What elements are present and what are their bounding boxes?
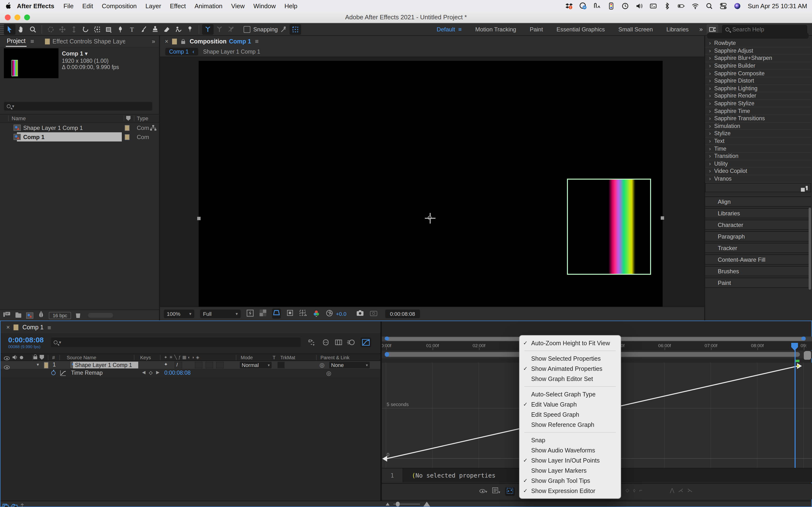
expression-pickwhip-icon[interactable]: ◎ bbox=[326, 370, 331, 377]
effects-category[interactable]: ›Sapphire Adjust bbox=[705, 47, 811, 55]
project-item-name[interactable]: Comp 1 bbox=[23, 133, 45, 140]
adjustment-icon[interactable] bbox=[38, 311, 44, 320]
parent-dropdown[interactable]: None▾ bbox=[329, 362, 370, 369]
workspace-tab-essential-graphics[interactable]: Essential Graphics bbox=[550, 26, 612, 33]
work-area-end-handle[interactable] bbox=[801, 337, 806, 340]
effects-category[interactable]: ›Sapphire Blur+Sharpen bbox=[705, 55, 811, 62]
type-tool-icon[interactable]: T bbox=[126, 24, 138, 35]
flowchart-icon[interactable] bbox=[150, 125, 157, 133]
expression-text[interactable]: (No selected properties bbox=[412, 472, 495, 479]
column-mode[interactable]: Mode bbox=[241, 355, 253, 360]
volume-icon[interactable] bbox=[636, 2, 643, 9]
menu-item-auto-zoom-height[interactable]: ✓Auto-Zoom Height to Fit View bbox=[520, 338, 621, 348]
item-label-swatch[interactable] bbox=[125, 134, 130, 140]
effects-switch[interactable] bbox=[195, 362, 203, 369]
menu-item-edit-value-graph[interactable]: ✓Edit Value Graph bbox=[520, 399, 621, 409]
panel-tab-paragraph[interactable]: Paragraph bbox=[705, 231, 811, 241]
composition-panel-menu-icon[interactable]: ≡ bbox=[255, 38, 259, 45]
menu-item-show-audio-waveforms[interactable]: Show Audio Waveforms bbox=[520, 445, 621, 455]
menu-window[interactable]: Window bbox=[249, 2, 280, 9]
menu-item-show-layer-in-out-points[interactable]: ✓Show Layer In/Out Points bbox=[520, 455, 621, 465]
menubar-app-name[interactable]: After Effects bbox=[12, 2, 59, 9]
effects-category[interactable]: ›Utility bbox=[705, 160, 811, 168]
lock-column-icon[interactable] bbox=[33, 356, 37, 359]
snap-to-features-icon[interactable] bbox=[289, 24, 301, 35]
menu-edit[interactable]: Edit bbox=[78, 2, 98, 9]
menu-item-show-layer-markers[interactable]: Show Layer Markers bbox=[520, 465, 621, 475]
project-tabs-overflow-chevron[interactable]: » bbox=[152, 38, 155, 45]
help-search-field[interactable] bbox=[722, 25, 807, 34]
motion-blur-icon[interactable] bbox=[346, 338, 356, 347]
property-name[interactable]: Time Remap bbox=[71, 370, 103, 376]
label-column-icon[interactable] bbox=[126, 116, 131, 121]
menu-animation[interactable]: Animation bbox=[190, 2, 227, 9]
timeline-zoom-slider-knob[interactable] bbox=[396, 502, 400, 507]
effects-category[interactable]: ›Sapphire Stylize bbox=[705, 100, 811, 107]
project-panel-menu-icon[interactable]: ≡ bbox=[31, 38, 34, 45]
menu-effect[interactable]: Effect bbox=[165, 2, 190, 9]
audio-column-icon[interactable] bbox=[12, 354, 18, 361]
layer-handle-right[interactable] bbox=[661, 216, 664, 220]
selection-tool-icon[interactable] bbox=[4, 24, 15, 35]
panel-tab-brushes[interactable]: Brushes bbox=[705, 266, 811, 276]
zoom-in-mountain-icon[interactable] bbox=[423, 502, 430, 507]
playhead-line[interactable] bbox=[795, 344, 796, 468]
tab-project[interactable]: Project bbox=[6, 36, 27, 47]
layer-visibility-eye-icon[interactable] bbox=[4, 365, 10, 370]
snap-options-icon[interactable] bbox=[278, 24, 289, 35]
effects-category[interactable]: ›Sapphire Time bbox=[705, 107, 811, 115]
current-timecode[interactable]: 0:00:08:08 bbox=[8, 336, 44, 344]
trash-icon[interactable] bbox=[76, 313, 80, 318]
project-search-field[interactable]: ▾ bbox=[4, 102, 152, 111]
menu-item-snap[interactable]: Snap bbox=[520, 435, 621, 445]
dropbox-icon[interactable]: 1 bbox=[565, 2, 573, 9]
rotation-tool-icon[interactable] bbox=[80, 24, 91, 35]
pan-camera-tool-icon[interactable] bbox=[57, 24, 68, 35]
snapshot-camera-icon[interactable] bbox=[356, 310, 364, 318]
transfer-controls-icon[interactable] bbox=[20, 502, 24, 507]
resolution-dropdown[interactable]: Full▾ bbox=[200, 309, 241, 318]
layer-row[interactable]: ▾ 1 Shape Layer 1 Comp 1 ✦ / Normal▾ ◎ N… bbox=[0, 361, 380, 369]
grid-guides-icon[interactable] bbox=[299, 309, 307, 318]
spotlight-icon[interactable] bbox=[706, 2, 713, 9]
panel-tab-content-aware-fill[interactable]: Content-Aware Fill bbox=[705, 255, 811, 265]
new-folder-icon[interactable] bbox=[15, 313, 21, 318]
track-matte-box[interactable] bbox=[277, 362, 285, 369]
column-t[interactable]: T bbox=[272, 355, 275, 360]
collapse-transformations-icon[interactable]: ✦ bbox=[164, 362, 168, 367]
siri-icon[interactable] bbox=[734, 2, 741, 9]
frame-blend-switch[interactable] bbox=[205, 362, 213, 369]
project-item-name[interactable]: Shape Layer 1 Comp 1 bbox=[23, 124, 83, 131]
brush-tool-icon[interactable] bbox=[138, 24, 149, 35]
snapping-checkbox[interactable] bbox=[244, 26, 250, 33]
mask-visibility-icon[interactable] bbox=[272, 308, 281, 319]
column-type[interactable]: Type bbox=[137, 115, 148, 121]
panel-tab-tracker[interactable]: Tracker bbox=[705, 243, 811, 253]
project-footer-scrollbar[interactable] bbox=[88, 313, 113, 318]
keyboard-switcher-icon[interactable] bbox=[650, 2, 657, 9]
effects-category[interactable]: ›Text bbox=[705, 137, 811, 145]
layer-label-swatch[interactable] bbox=[44, 362, 48, 368]
new-panel-icon[interactable] bbox=[801, 185, 808, 193]
interpret-footage-icon[interactable] bbox=[3, 311, 11, 320]
new-composition-icon[interactable] bbox=[26, 312, 33, 319]
effects-category[interactable]: ›Transition bbox=[705, 153, 811, 160]
menu-item-show-expression-editor[interactable]: ✓Show Expression Editor bbox=[520, 486, 621, 496]
help-search-input[interactable] bbox=[732, 26, 795, 33]
add-keyframe-icon[interactable]: ◇ bbox=[149, 370, 152, 375]
column-source-name[interactable]: Source Name bbox=[67, 355, 96, 360]
effects-category[interactable]: ›Video Copilot bbox=[705, 168, 811, 175]
composition-viewport[interactable] bbox=[160, 56, 704, 306]
control-center-icon[interactable] bbox=[720, 2, 727, 9]
transparency-grid-icon[interactable] bbox=[260, 309, 266, 318]
panel-tab-character[interactable]: Character bbox=[705, 220, 811, 230]
column-name[interactable]: Name bbox=[12, 115, 26, 121]
timeline-panel-menu-icon[interactable]: ≡ bbox=[47, 324, 51, 331]
property-value-timecode[interactable]: 0:00:08:08 bbox=[164, 370, 191, 376]
streamdeck-icon[interactable] bbox=[608, 2, 615, 9]
mini-flowchart-icon[interactable] bbox=[306, 338, 317, 347]
panel-tab-paint[interactable]: Paint bbox=[705, 278, 811, 288]
effects-category[interactable]: ›Sapphire Builder bbox=[705, 62, 811, 70]
menu-item-show-animated-properties[interactable]: ✓Show Animated Properties bbox=[520, 363, 621, 374]
lock-icon[interactable] bbox=[182, 41, 185, 44]
